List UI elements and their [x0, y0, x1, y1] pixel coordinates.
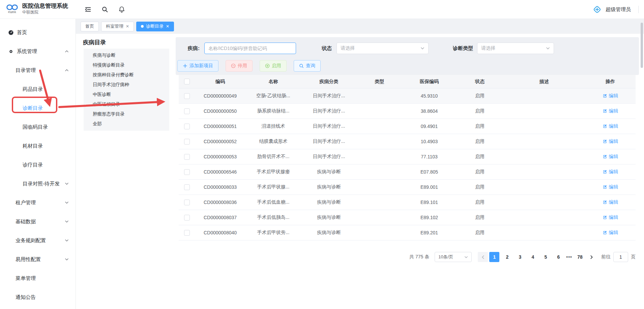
edit-button[interactable]: 编辑 — [585, 199, 636, 205]
page-number-3[interactable]: 3 — [515, 252, 525, 262]
edit-button[interactable]: 编辑 — [585, 184, 636, 190]
disease-search-input[interactable] — [204, 43, 296, 54]
sidebar-item-label: 诊断目录 — [23, 105, 43, 111]
filter-panel: 疾病: 状态 请选择 诊断类型 请选择 添 — [176, 37, 639, 75]
status-select[interactable]: 请选择 — [336, 43, 429, 54]
row-checkbox[interactable] — [184, 139, 190, 145]
disable-button[interactable]: 停用 — [226, 60, 253, 72]
submenu-item[interactable]: 日间手术治疗病种 — [84, 80, 169, 89]
row-checkbox[interactable] — [184, 154, 190, 160]
edit-button[interactable]: 编辑 — [585, 169, 636, 175]
chevron-up-icon — [65, 49, 69, 53]
cell-insurance-code: E89.101 — [402, 200, 456, 205]
close-tab-icon[interactable]: ✕ — [166, 24, 169, 28]
sidebar-item-basic-data[interactable]: 基础数据 — [0, 212, 76, 231]
medical-cross-icon[interactable] — [593, 5, 602, 14]
pager-ellipsis[interactable]: ••• — [566, 254, 572, 260]
submenu-item[interactable]: 按病种目录付费诊断 — [84, 70, 169, 80]
edit-button[interactable]: 编辑 — [585, 230, 636, 236]
edit-button[interactable]: 编辑 — [585, 123, 636, 129]
row-checkbox[interactable] — [184, 93, 190, 99]
cell-status: 启用 — [456, 138, 503, 145]
goto-label: 前往 — [601, 254, 611, 260]
vertical-scrollbar-thumb[interactable] — [641, 23, 643, 68]
page-number-2[interactable]: 2 — [502, 252, 512, 262]
sidebar-item-label: 系统管理 — [17, 48, 37, 55]
row-checkbox[interactable] — [184, 169, 190, 175]
edit-button[interactable]: 编辑 — [585, 93, 636, 99]
row-checkbox[interactable] — [184, 124, 190, 129]
sidebar-item-label: 国临码目录 — [23, 124, 48, 130]
disease-filter-label: 疾病: — [188, 45, 200, 52]
sidebar-item-label: 目录管理 — [16, 67, 36, 74]
page-size-select[interactable]: 10条/页 — [435, 252, 472, 262]
sidebar-item-tenant-management[interactable]: 租户管理 — [0, 193, 76, 212]
submenu-item[interactable]: 特慢病诊断目录 — [84, 60, 169, 70]
collapse-menu-icon[interactable] — [84, 6, 92, 13]
page-number-78[interactable]: 78 — [575, 252, 585, 262]
edit-label: 编辑 — [609, 154, 618, 160]
page-number-4[interactable]: 4 — [528, 252, 538, 262]
edit-button[interactable]: 编辑 — [585, 138, 636, 145]
submenu-item[interactable]: 中医诊断 — [84, 89, 169, 99]
cell-insurance-code: E89.001 — [402, 184, 456, 190]
row-checkbox[interactable] — [184, 184, 190, 190]
column-header: 编码 — [195, 79, 245, 85]
table-row: CD0000000051泪道挂线术日间手术治疗...09.4901启用编辑 — [179, 119, 636, 134]
sidebar-item-usability-config[interactable]: 易用性配置 — [0, 250, 76, 269]
add-item-button[interactable]: 添加新项目 — [177, 60, 218, 72]
edit-button[interactable]: 编辑 — [585, 154, 636, 160]
sidebar-item-diagnosis-catalog[interactable]: 诊断目录 — [0, 99, 76, 118]
edit-icon — [603, 124, 607, 129]
diagnosis-type-select[interactable]: 请选择 — [477, 43, 554, 54]
tab-department-management[interactable]: 科室管理✕ — [101, 22, 134, 31]
current-user[interactable]: 超级管理员 — [606, 6, 631, 13]
page-number-1[interactable]: 1 — [489, 252, 499, 262]
query-button[interactable]: 查询 — [294, 60, 321, 72]
sidebar-item-label: 目录对照-待开发 — [23, 181, 60, 187]
bell-icon[interactable] — [118, 6, 125, 13]
edit-button[interactable]: 编辑 — [585, 214, 636, 221]
edit-icon — [603, 170, 607, 174]
submenu-item[interactable]: 中医证候目录 — [84, 99, 169, 109]
search-icon — [299, 63, 304, 68]
page-number-5[interactable]: 5 — [540, 252, 551, 262]
select-all-checkbox[interactable] — [184, 79, 190, 84]
close-tab-icon[interactable]: ✕ — [126, 24, 129, 28]
sidebar-item-catalog-mapping[interactable]: 目录对照-待开发 — [0, 174, 76, 193]
sidebar-item-system-management[interactable]: 系统管理 — [0, 42, 76, 61]
tab-home[interactable]: 首页 — [81, 22, 99, 31]
cell-code: CD0000000050 — [195, 108, 245, 114]
tab-diagnosis-catalog[interactable]: 诊断目录✕ — [136, 22, 174, 31]
edit-button[interactable]: 编辑 — [585, 108, 636, 114]
cell-insurance-code: 38.8604 — [402, 108, 456, 114]
sidebar-item-treatment-catalog[interactable]: 诊疗目录 — [0, 155, 76, 174]
plus-circle-icon — [265, 63, 270, 68]
sidebar-item-home[interactable]: 首页 — [0, 23, 76, 42]
submenu-item[interactable]: 全部 — [84, 119, 169, 129]
row-checkbox[interactable] — [184, 215, 190, 221]
sidebar-item-drug-catalog[interactable]: 药品目录 — [0, 80, 76, 99]
cell-category: 疾病与诊断 — [301, 199, 357, 205]
sidebar-item-menu-management[interactable]: 菜单管理 — [0, 269, 76, 288]
sidebar-item-national-code-catalog[interactable]: 国临码目录 — [0, 118, 76, 136]
edit-icon — [603, 185, 607, 189]
sidebar-item-notice[interactable]: 通知公告 — [0, 288, 76, 307]
sidebar-item-catalog-management[interactable]: 目录管理 — [0, 61, 76, 80]
table-row: CD0000000050肠系膜动脉结...日间手术治疗...38.8604启用编… — [179, 104, 636, 119]
submenu-item[interactable]: 疾病与诊断 — [84, 50, 169, 60]
cell-insurance-code: 10.4903 — [402, 139, 456, 144]
submenu-item[interactable]: 肿瘤形态学目录 — [84, 109, 169, 119]
goto-page-input[interactable] — [613, 252, 628, 262]
page-number-6[interactable]: 6 — [553, 252, 563, 262]
prev-page-button[interactable] — [478, 252, 488, 262]
next-page-button[interactable] — [586, 252, 596, 262]
dashboard-icon — [8, 30, 14, 35]
sidebar-item-business-rules[interactable]: 业务规则配置 — [0, 231, 76, 250]
enable-button[interactable]: 启用 — [260, 60, 287, 72]
row-checkbox[interactable] — [184, 200, 190, 205]
sidebar-item-consumables-catalog[interactable]: 耗材目录 — [0, 136, 76, 155]
row-checkbox[interactable] — [184, 108, 190, 114]
search-icon[interactable] — [101, 6, 109, 13]
row-checkbox[interactable] — [184, 230, 190, 236]
